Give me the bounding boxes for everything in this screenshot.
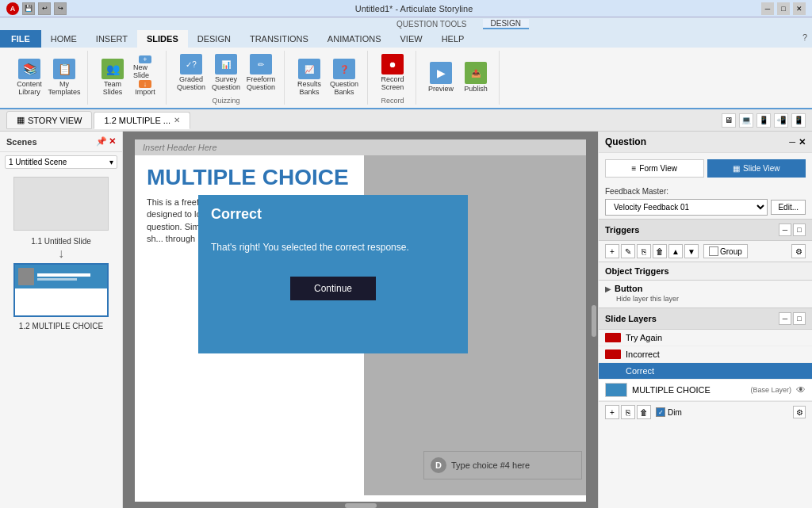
bl-delete-btn[interactable]: 🗑 [637,405,651,419]
triggers-toolbar: + ✎ ⎘ 🗑 ▲ ▼ Group ⚙ [599,241,812,262]
vertical-scrollbar-handle[interactable] [592,305,596,337]
bl-add-btn[interactable]: + [605,405,619,419]
question-tools-design[interactable]: DESIGN [483,19,529,29]
preview-icon: ▶ [430,62,452,84]
triggers-up-btn[interactable]: ▲ [668,244,683,258]
desktop-view-icon[interactable]: 🖥 [722,113,736,128]
triggers-pin-icon[interactable]: ─ [779,223,791,236]
slide-2-text-line1 [37,273,90,277]
triggers-delete-btn[interactable]: 🗑 [653,244,667,258]
triggers-copy-btn[interactable]: ⎘ [637,244,651,258]
horizontal-scrollbar-handle[interactable] [345,503,377,508]
results-banks-label: Results Banks [295,81,324,97]
my-templates-btn[interactable]: 📋 My Templates [48,56,81,99]
continue-button[interactable]: Continue [290,277,376,300]
phone-view-icon[interactable]: 📲 [774,113,788,128]
title-bar: A 💾 ↩ ↪ Untitled1* - Articulate Storylin… [0,0,812,17]
tab-file[interactable]: FILE [0,30,41,48]
save-icon[interactable]: 💾 [22,2,35,15]
multiple-choice-label: 1.2 MULTIPLE ... [104,116,170,125]
minimize-btn[interactable]: ─ [761,2,774,15]
form-view-btn[interactable]: ≡ Form View [605,159,704,178]
new-slide-btn[interactable]: + New Slide [131,58,159,77]
tab-view[interactable]: VIEW [391,30,432,48]
feedback-edit-btn[interactable]: Edit... [771,200,806,215]
publish-btn[interactable]: 📤 Publish [459,56,492,99]
layers-pin-icon[interactable]: ─ [779,312,791,325]
base-layer-item[interactable]: MULTIPLE CHOICE (Base Layer) 👁 [599,380,812,401]
eye-icon[interactable]: 👁 [796,384,806,395]
slide-2-thumbnail[interactable] [13,263,109,317]
help-icon[interactable]: ? [798,30,812,44]
pin-icon[interactable]: 📌 [96,136,107,147]
tab-design[interactable]: DESIGN [188,30,240,48]
multiple-choice-tab[interactable]: 1.2 MULTIPLE ... ✕ [94,112,190,129]
survey-question-btn[interactable]: 📊 Survey Question [209,52,243,94]
triggers-expand-icon[interactable]: □ [793,223,806,236]
scenes-header-icons: 📌 ✕ [96,136,116,147]
tab-home[interactable]: HOME [41,30,86,48]
slide-view-btn[interactable]: ▦ Slide View [707,159,806,178]
triggers-settings-icon[interactable]: ⚙ [791,244,806,258]
banks-btn-group: 📈 Results Banks ❓ Question Banks [293,51,361,105]
tab-close-icon[interactable]: ✕ [174,116,180,124]
publish-label: Publish [464,86,488,94]
close-btn[interactable]: ✕ [793,2,806,15]
record-screen-label: Record Screen [378,76,407,92]
tab-help[interactable]: HELP [432,30,474,48]
scenes-label: Scenes [6,137,37,147]
results-banks-icon: 📈 [298,59,320,79]
dim-toggle[interactable]: ✓ Dim [656,407,682,417]
content-library-btn[interactable]: 📚 Content Library [13,56,46,99]
results-banks-btn[interactable]: 📈 Results Banks [293,56,326,99]
triggers-add-btn[interactable]: + [605,244,619,258]
app-logo: A [6,2,19,15]
question-panel-close-icon[interactable]: ✕ [799,137,806,147]
ribbon-content: 📚 Content Library 📋 My Templates 👥 Team … [0,48,812,108]
preview-label: Preview [428,86,454,94]
layers-expand-icon[interactable]: □ [793,312,806,325]
slide-1-thumbnail[interactable] [13,177,109,231]
question-banks-btn[interactable]: ❓ Question Banks [327,56,361,99]
form-view-label: Form View [639,164,677,173]
redo-icon[interactable]: ↪ [54,2,67,15]
scenes-panel: Scenes 📌 ✕ 1 Untitled Scene ▾ 1.1 Untitl… [0,132,123,508]
import-btn[interactable]: ↓ Import [131,78,159,97]
tab-transitions[interactable]: TRANSITIONS [240,30,318,48]
layer-incorrect[interactable]: Incorrect [599,346,812,363]
tab-insert[interactable]: INSERT [86,30,137,48]
record-screen-btn[interactable]: ⏺ Record Screen [376,52,409,94]
team-slides-icon: 👥 [102,59,124,79]
layer-correct[interactable]: Correct [599,363,812,380]
layer-try-again[interactable]: Try Again [599,330,812,346]
laptop-view-icon[interactable]: 💻 [739,113,753,128]
tab-animations[interactable]: ANIMATIONS [318,30,391,48]
choice-d-text: Type choice #4 here [451,460,530,470]
dim-checkbox[interactable]: ✓ [656,407,665,417]
tab-slides[interactable]: SLIDES [137,30,188,48]
tablet-view-icon[interactable]: 📱 [756,113,771,128]
question-panel-pin-icon[interactable]: ─ [789,137,795,147]
correct-dialog: Correct That's right! You selected the c… [198,195,468,353]
question-banks-label: Question Banks [330,81,358,97]
graded-question-btn[interactable]: ✓? Graded Question [174,52,208,94]
freeform-question-icon: ✏ [250,54,272,74]
preview-btn[interactable]: ▶ Preview [424,56,458,99]
restore-btn[interactable]: □ [777,2,790,15]
undo-icon[interactable]: ↩ [38,2,51,15]
bl-copy-btn[interactable]: ⎘ [621,405,635,419]
team-slides-btn[interactable]: 👥 Team Slides [96,56,129,99]
mobile-view-icon[interactable]: 📱 [791,113,806,128]
scenes-close-icon[interactable]: ✕ [109,136,116,147]
story-view-tab[interactable]: ▦ STORY VIEW [6,111,92,129]
layer-incorrect-label: Incorrect [626,349,806,359]
triggers-edit-btn[interactable]: ✎ [621,244,635,258]
freeform-question-btn[interactable]: ✏ Freeform Question [244,52,278,94]
bl-settings-icon[interactable]: ⚙ [793,406,806,418]
scene-name-dropdown[interactable]: 1 Untitled Scene ▾ [5,155,117,169]
triggers-down-btn[interactable]: ▼ [684,244,699,258]
triggers-group-btn[interactable]: Group [703,244,748,258]
trigger-button-label: Button [615,284,642,293]
trigger-sub-text: Hide layer this layer [605,293,806,304]
feedback-master-select[interactable]: Velocity Feedback 01 [605,199,768,216]
